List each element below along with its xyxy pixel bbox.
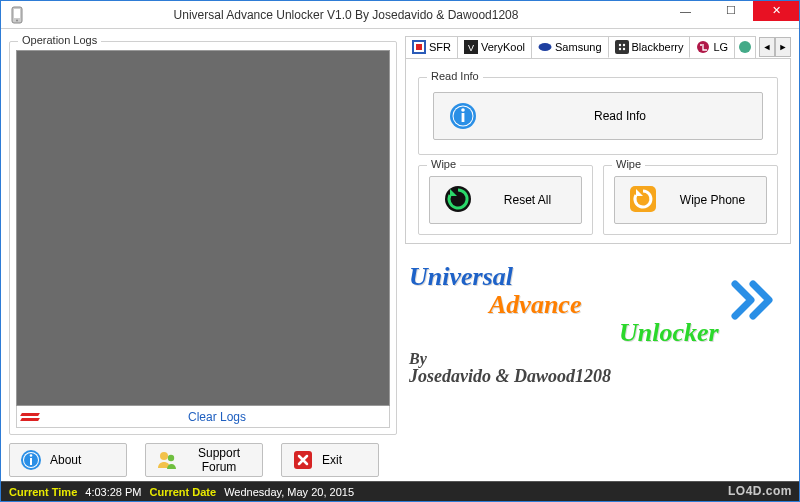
- tab-sfr[interactable]: SFR: [405, 36, 458, 58]
- tabs-row: SFR V VeryKool Samsung Blackberry LG: [405, 35, 791, 59]
- svg-rect-6: [30, 458, 32, 465]
- maximize-button[interactable]: ☐: [708, 1, 753, 21]
- sfr-icon: [412, 40, 426, 54]
- svg-point-29: [461, 108, 465, 112]
- about-label: About: [50, 453, 81, 467]
- operation-logs-label: Operation Logs: [18, 34, 101, 46]
- svg-point-8: [160, 452, 168, 460]
- tab-overflow[interactable]: [734, 36, 756, 58]
- support-forum-button[interactable]: Support Forum: [145, 443, 263, 477]
- exit-button[interactable]: Exit: [281, 443, 379, 477]
- status-date-label: Current Date: [150, 486, 217, 498]
- clear-logs-row: Clear Logs: [16, 406, 390, 428]
- blackberry-icon: [615, 40, 629, 54]
- status-time-value: 4:03:28 PM: [85, 486, 141, 498]
- svg-point-9: [168, 455, 174, 461]
- reload-icon: [629, 185, 659, 215]
- clear-logs-icon: [17, 410, 45, 424]
- tab-verykool-label: VeryKool: [481, 41, 525, 53]
- window-controls: — ☐ ✕: [663, 1, 799, 21]
- svg-text:V: V: [468, 43, 474, 53]
- tab-scroll: ◄ ►: [759, 37, 791, 57]
- window-title: Universal Advance Unlocker V1.0 By Josed…: [29, 8, 663, 22]
- forward-arrows-icon: [731, 280, 781, 320]
- info-icon: [448, 101, 478, 131]
- content-area: Operation Logs Clear Logs About: [1, 29, 799, 481]
- operation-logs-group: Operation Logs Clear Logs: [9, 41, 397, 435]
- tab-content-blackberry: Read Info Read Info Wipe: [405, 59, 791, 244]
- exit-label: Exit: [322, 453, 342, 467]
- samsung-icon: [538, 40, 552, 54]
- tab-verykool[interactable]: V VeryKool: [457, 36, 532, 58]
- wipe-phone-group: Wipe Wipe Phone: [603, 165, 778, 235]
- brand-line3: Unlocker: [619, 318, 791, 348]
- right-panel: SFR V VeryKool Samsung Blackberry LG: [405, 35, 791, 481]
- exit-icon: [292, 449, 314, 471]
- statusbar: Current Time 4:03:28 PM Current Date Wed…: [1, 481, 799, 501]
- wipe-reset-group: Wipe Reset All: [418, 165, 593, 235]
- info-icon: [20, 449, 42, 471]
- svg-rect-28: [462, 113, 465, 122]
- branding-area: Universal Advance Unlocker By Josedavido…: [405, 262, 791, 392]
- svg-point-2: [16, 19, 18, 21]
- svg-point-16: [539, 43, 552, 51]
- tab-lg[interactable]: LG: [689, 36, 735, 58]
- people-icon: [156, 449, 178, 471]
- svg-rect-1: [14, 9, 20, 18]
- status-date-value: Wednesday, May 20, 2015: [224, 486, 354, 498]
- minimize-button[interactable]: —: [663, 1, 708, 21]
- read-info-group-label: Read Info: [427, 70, 483, 82]
- wipe-phone-label: Wipe Phone: [673, 193, 752, 207]
- reset-all-button[interactable]: Reset All: [429, 176, 582, 224]
- svg-rect-17: [615, 40, 629, 54]
- titlebar[interactable]: Universal Advance Unlocker V1.0 By Josed…: [1, 1, 799, 29]
- overflow-icon: [738, 40, 752, 54]
- svg-point-7: [30, 454, 33, 457]
- svg-point-19: [622, 44, 624, 46]
- svg-point-23: [700, 44, 702, 46]
- wipe2-label: Wipe: [612, 158, 645, 170]
- wipe-row: Wipe Reset All Wipe: [418, 165, 778, 235]
- svg-point-21: [622, 48, 624, 50]
- tab-blackberry[interactable]: Blackberry: [608, 36, 691, 58]
- clear-logs-button[interactable]: Clear Logs: [45, 410, 389, 424]
- svg-point-24: [739, 41, 751, 53]
- close-button[interactable]: ✕: [753, 1, 799, 21]
- tab-blackberry-label: Blackberry: [632, 41, 684, 53]
- reset-all-label: Reset All: [488, 193, 567, 207]
- verykool-icon: V: [464, 40, 478, 54]
- refresh-icon: [444, 185, 474, 215]
- bottom-button-row: About Support Forum Exit: [9, 443, 397, 481]
- app-window: Universal Advance Unlocker V1.0 By Josed…: [0, 0, 800, 502]
- wipe1-label: Wipe: [427, 158, 460, 170]
- logs-textarea[interactable]: [16, 50, 390, 406]
- svg-rect-13: [416, 44, 422, 50]
- read-info-button[interactable]: Read Info: [433, 92, 763, 140]
- tab-scroll-right[interactable]: ►: [775, 37, 791, 57]
- byline-authors: Josedavido & Dawood1208: [409, 366, 791, 387]
- support-label: Support Forum: [186, 446, 252, 474]
- tab-samsung[interactable]: Samsung: [531, 36, 608, 58]
- wipe-phone-button[interactable]: Wipe Phone: [614, 176, 767, 224]
- svg-point-18: [618, 44, 620, 46]
- tab-scroll-left[interactable]: ◄: [759, 37, 775, 57]
- read-info-label: Read Info: [492, 109, 748, 123]
- about-button[interactable]: About: [9, 443, 127, 477]
- read-info-group: Read Info Read Info: [418, 77, 778, 155]
- app-icon: [5, 3, 29, 27]
- tab-samsung-label: Samsung: [555, 41, 601, 53]
- tab-lg-label: LG: [713, 41, 728, 53]
- lg-icon: [696, 40, 710, 54]
- left-panel: Operation Logs Clear Logs About: [9, 35, 397, 481]
- tab-sfr-label: SFR: [429, 41, 451, 53]
- status-time-label: Current Time: [9, 486, 77, 498]
- svg-point-20: [618, 48, 620, 50]
